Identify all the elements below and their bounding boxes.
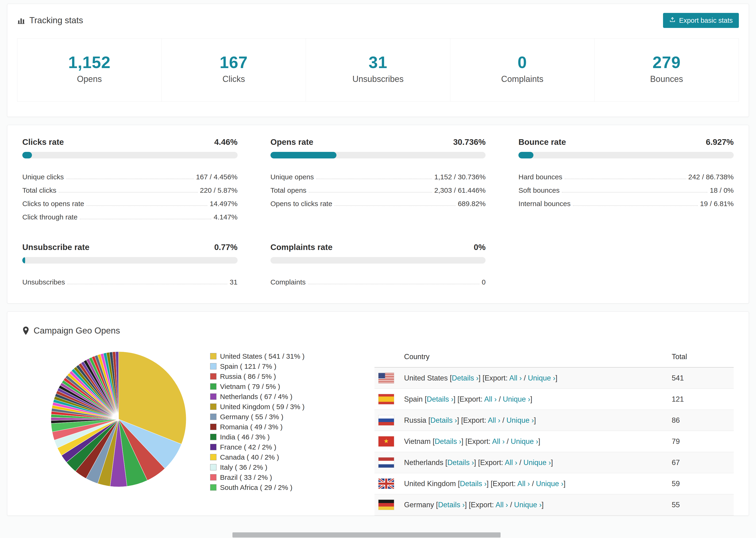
details-link[interactable]: Details › (460, 480, 487, 488)
details-link[interactable]: Details › (438, 501, 465, 509)
total-cell: 55 (668, 494, 734, 515)
legend-label: Germany ( 55 / 3% ) (220, 413, 283, 421)
rates-card: Clicks rate4.46%Unique clicks167 / 4.456… (7, 125, 749, 303)
legend-item: Canada ( 40 / 2% ) (210, 452, 374, 462)
details-link[interactable]: Details › (427, 395, 454, 403)
country-name: Germany (404, 501, 434, 509)
rate-row-value: 0 (482, 278, 486, 286)
rate-row-label: Complaints (270, 278, 306, 286)
export-unique-link[interactable]: Unique › (511, 437, 538, 446)
details-link[interactable]: Details › (430, 416, 457, 424)
details-link[interactable]: Details › (435, 437, 461, 446)
tracking-stats-title-text: Tracking stats (29, 16, 83, 26)
rate-value: 6.927% (706, 137, 734, 147)
horizontal-scrollbar[interactable] (233, 532, 501, 538)
legend-swatch (210, 383, 216, 390)
details-link[interactable]: Details › (452, 374, 478, 382)
country-cell: Russia [Details ›] [Export: All › / Uniq… (400, 410, 668, 431)
legend-swatch (210, 413, 216, 420)
legend-swatch (210, 424, 216, 430)
stat-value: 0 (450, 53, 594, 72)
legend-swatch (210, 353, 216, 359)
rate-head: Opens rate30.736% (270, 137, 486, 147)
rate-row-label: Opens to clicks rate (270, 200, 332, 207)
stats-row: 1,152Opens167Clicks31Unsubscribes0Compla… (17, 38, 739, 102)
legend-item: India ( 46 / 3% ) (210, 432, 374, 442)
country-column-header: Country (400, 349, 668, 367)
rate-row-value: 14.497% (210, 200, 237, 207)
stat-label: Complaints (450, 74, 594, 84)
legend-label: United Kingdom ( 59 / 3% ) (220, 403, 304, 411)
flag-ru-icon (378, 415, 397, 426)
geo-header: Campaign Geo Opens (22, 326, 734, 336)
rate-row: Unsubscribes31 (22, 273, 238, 286)
total-cell: 541 (668, 367, 734, 389)
rate-title: Complaints rate (270, 242, 333, 252)
rate-row-label: Unique opens (270, 173, 314, 181)
stat-value: 31 (306, 53, 450, 72)
flag-gb-icon (378, 478, 397, 489)
export-basic-stats-button[interactable]: Export basic stats (663, 13, 739, 28)
legend-label: Vietnam ( 79 / 5% ) (220, 383, 280, 391)
legend-label: Netherlands ( 67 / 4% ) (220, 393, 292, 401)
flag-us-icon (378, 373, 397, 383)
flag-cell (374, 452, 400, 473)
export-all-link[interactable]: All › (505, 458, 517, 467)
legend-label: Spain ( 121 / 7% ) (220, 362, 276, 370)
export-unique-link[interactable]: Unique › (523, 458, 551, 467)
rate-rows: Complaints0 (270, 273, 486, 286)
rate-progress-bar (518, 152, 734, 158)
flag-vn-icon (378, 436, 397, 447)
export-unique-link[interactable]: Unique › (514, 501, 542, 509)
legend-label: France ( 42 / 2% ) (220, 443, 276, 451)
flag-cell (374, 367, 400, 389)
country-name: Netherlands (404, 458, 443, 467)
legend-label: Brazil ( 33 / 2% ) (220, 473, 272, 481)
total-cell: 121 (668, 389, 734, 410)
export-unique-link[interactable]: Unique › (507, 416, 534, 424)
rate-row-value: 18 / 0% (710, 187, 734, 194)
geo-table-header-row: Country Total (374, 349, 734, 367)
export-unique-link[interactable]: Unique › (503, 395, 530, 403)
geo-table-row: Germany [Details ›] [Export: All › / Uni… (374, 494, 734, 515)
rate-head: Unsubscribe rate0.77% (22, 242, 238, 252)
legend-item: Spain ( 121 / 7% ) (210, 361, 374, 371)
legend-label: India ( 46 / 3% ) (220, 433, 270, 441)
rate-progress-fill (270, 152, 337, 158)
rate-block: Complaints rate0%Complaints0 (270, 242, 486, 286)
rate-row-value: 167 / 4.456% (196, 173, 238, 181)
geo-title: Campaign Geo Opens (22, 326, 120, 336)
rate-row-label: Hard bounces (518, 173, 562, 181)
rate-progress-bar (270, 257, 486, 264)
flag-cell (374, 410, 400, 431)
export-all-link[interactable]: All › (495, 501, 508, 509)
export-unique-link[interactable]: Unique › (528, 374, 555, 382)
geo-table-row: United Kingdom [Details ›] [Export: All … (374, 473, 734, 494)
export-all-link[interactable]: All › (517, 480, 530, 488)
legend-label: Romania ( 49 / 3% ) (220, 423, 283, 431)
total-cell: 67 (668, 452, 734, 473)
rate-row-value: 242 / 86.738% (688, 173, 734, 181)
geo-title-text: Campaign Geo Opens (33, 326, 120, 336)
rate-row-label: Unique clicks (22, 173, 64, 181)
rate-row-label: Total clicks (22, 187, 56, 194)
export-unique-link[interactable]: Unique › (536, 480, 564, 488)
export-all-link[interactable]: All › (484, 395, 497, 403)
rate-row: Complaints0 (270, 273, 486, 286)
export-all-link[interactable]: All › (488, 416, 500, 424)
flag-cell (374, 494, 400, 515)
rate-value: 30.736% (453, 137, 486, 147)
rate-value: 0.77% (214, 242, 237, 252)
rate-rows: Unique clicks167 / 4.456%Total clicks220… (22, 167, 238, 221)
details-link[interactable]: Details › (447, 458, 474, 467)
geo-pie-wrap (22, 349, 210, 491)
rate-row: Clicks to opens rate14.497% (22, 194, 238, 207)
tracking-stats-header: Tracking stats Export basic stats (17, 13, 739, 28)
legend-item: France ( 42 / 2% ) (210, 442, 374, 452)
export-all-link[interactable]: All › (509, 374, 522, 382)
legend-item: Netherlands ( 67 / 4% ) (210, 392, 374, 402)
export-all-link[interactable]: All › (492, 437, 505, 446)
rate-row-value: 2,303 / 61.446% (434, 187, 486, 194)
stat-value: 167 (162, 53, 306, 72)
rate-row-label: Click through rate (22, 213, 78, 221)
